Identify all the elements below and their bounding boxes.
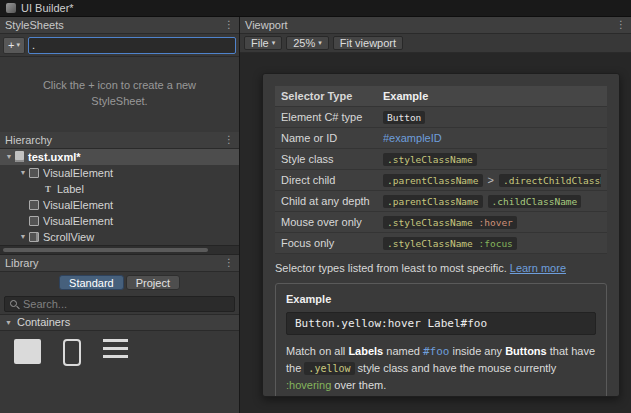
foldout-arrow-icon[interactable]: ▼ [17, 169, 29, 176]
hierarchy-item-label: VisualElement [43, 167, 113, 179]
hierarchy-item-visualelement[interactable]: ▼VisualElement [0, 165, 239, 181]
chevron-down-icon: ▾ [16, 41, 20, 49]
chevron-down-icon: ▾ [318, 39, 322, 47]
hierarchy-item-label[interactable]: TLabel [0, 181, 239, 197]
selector-table-row-element-c-type: Element C# typeButton [275, 107, 607, 128]
hierarchy-item-label: VisualElement [43, 199, 113, 211]
library-search-row [0, 294, 239, 314]
stylesheets-menu-icon[interactable]: ⋮ [224, 20, 234, 30]
visual-element-icon [29, 200, 39, 210]
separator-text: #exampleID [383, 132, 442, 144]
code-chip: .directChildClassName [499, 174, 601, 187]
viewport-panel-header: Viewport ⋮ [240, 17, 631, 34]
hierarchy-panel-header: Hierarchy ⋮ [0, 132, 239, 149]
viewport-canvas[interactable]: Selector TypeExampleElement C# typeButto… [240, 53, 631, 413]
file-menu-label: File [251, 37, 269, 49]
search-icon [9, 299, 19, 309]
library-tab-standard[interactable]: Standard [59, 275, 124, 290]
scrollbar-thumb[interactable] [3, 248, 208, 252]
containers-section-label: Containers [17, 316, 70, 328]
selector-type-label: Name or ID [281, 132, 383, 144]
selector-example: .styleClassName :hover [383, 216, 601, 229]
selector-table-header-row: Selector TypeExample [275, 86, 607, 107]
code-chip: .parentClassName [383, 195, 483, 208]
learn-more-link[interactable]: Learn more [510, 262, 566, 274]
selector-table-row-name-or-id: Name or ID#exampleID [275, 128, 607, 149]
foldout-arrow-icon[interactable]: ▼ [17, 233, 29, 240]
footer-text: Selector types listed from least to most… [275, 262, 510, 274]
viewport-title: Viewport [245, 19, 288, 31]
hierarchy-item-scrollview[interactable]: ▼ScrollView [0, 229, 239, 245]
selector-type-label: Style class [281, 153, 383, 165]
selector-type-label: Mouse over only [281, 216, 383, 228]
plain-token: style class and have the mouse currently [355, 362, 557, 374]
column-header-example: Example [383, 90, 601, 102]
hierarchy-item-visualelement[interactable]: VisualElement [0, 197, 239, 213]
selector-type-label: Direct child [281, 174, 383, 186]
plain-token: named [383, 345, 423, 357]
plain-token: over them. [331, 379, 386, 391]
class-chip-token: .yellow [304, 362, 354, 375]
zoom-value: 25% [293, 37, 315, 49]
selector-table-row-style-class: Style class.styleClassName [275, 149, 607, 170]
list-view-icon [103, 339, 128, 362]
example-box: Example Button.yellow:hover Label#foo Ma… [275, 283, 607, 397]
left-panel: StyleSheets ⋮ + ▾ Click the + icon to cr… [0, 17, 240, 413]
code-chip: Button [383, 111, 425, 124]
hierarchy-item-test-uxml[interactable]: ▼test.uxml* [0, 149, 239, 165]
hierarchy-item-visualelement[interactable]: VisualElement [0, 213, 239, 229]
visual-element-icon [29, 168, 39, 178]
library-panel-header: Library ⋮ [0, 255, 239, 272]
main-layout: StyleSheets ⋮ + ▾ Click the + icon to cr… [0, 17, 631, 413]
hierarchy-tree: ▼test.uxml*▼VisualElementTLabelVisualEle… [0, 149, 239, 245]
scroll-view-icon [63, 339, 81, 366]
window-titlebar: UI Builder* [0, 0, 631, 17]
example-title: Example [286, 293, 596, 305]
library-item-visual-element[interactable] [14, 339, 41, 413]
hierarchy-title: Hierarchy [5, 134, 52, 146]
file-menu-button[interactable]: File ▾ [244, 36, 282, 50]
code-chip: .childClassName [488, 195, 582, 208]
selector-table-row-direct-child: Direct child.parentClassName>.directChil… [275, 170, 607, 191]
library-search-box[interactable] [4, 296, 235, 312]
selector-table: Selector TypeExampleElement C# typeButto… [275, 86, 607, 254]
scroll-view-icon [29, 232, 39, 242]
code-chip: .styleClassName :focus [383, 237, 517, 250]
uxml-document-icon [15, 151, 24, 162]
selector-type-label: Child at any depth [281, 195, 383, 207]
library-menu-icon[interactable]: ⋮ [224, 258, 234, 268]
selector-example: .parentClassName.childClassName [383, 195, 601, 208]
hierarchy-item-label: ScrollView [43, 231, 94, 243]
selector-table-row-mouse-over-only: Mouse over only.styleClassName :hover [275, 212, 607, 233]
column-header-selector-type: Selector Type [281, 90, 383, 102]
label-icon: T [43, 184, 53, 194]
code-chip: .parentClassName [383, 174, 483, 187]
library-item-scroll-view[interactable] [63, 339, 81, 413]
viewport-menu-icon[interactable]: ⋮ [616, 20, 626, 30]
foldout-arrow-icon[interactable]: ▼ [5, 319, 12, 326]
stylesheets-empty-state: Click the + icon to create a new StyleSh… [0, 57, 239, 132]
library-items-grid [0, 331, 239, 413]
viewport-panel: Viewport ⋮ File ▾ 25% ▾ Fit viewport Sel… [240, 17, 631, 413]
example-code: Button.yellow:hover Label#foo [286, 312, 596, 335]
example-description: Match on all Labels named #foo inside an… [286, 343, 596, 394]
chevron-down-icon: ▾ [272, 39, 276, 47]
fit-viewport-button[interactable]: Fit viewport [333, 36, 403, 50]
hierarchy-menu-icon[interactable]: ⋮ [224, 135, 234, 145]
hierarchy-horizontal-scrollbar[interactable] [0, 245, 239, 255]
stylesheets-empty-message: Click the + icon to create a new StyleSh… [28, 78, 211, 110]
selector-type-label: Focus only [281, 237, 383, 249]
viewport-toolbar: File ▾ 25% ▾ Fit viewport [240, 34, 631, 53]
library-tabs: StandardProject [0, 272, 239, 294]
foldout-arrow-icon[interactable]: ▼ [3, 153, 15, 160]
library-item-list-view[interactable] [103, 339, 128, 413]
zoom-dropdown[interactable]: 25% ▾ [286, 36, 329, 50]
library-search-input[interactable] [23, 298, 230, 310]
add-stylesheet-button[interactable]: + ▾ [3, 37, 25, 54]
selector-type-label: Element C# type [281, 111, 383, 123]
bold-token: Labels [348, 345, 383, 357]
visual-element-icon [29, 216, 39, 226]
new-selector-input[interactable] [28, 37, 236, 54]
library-section-containers[interactable]: ▼ Containers [0, 314, 239, 331]
library-tab-project[interactable]: Project [126, 275, 180, 290]
